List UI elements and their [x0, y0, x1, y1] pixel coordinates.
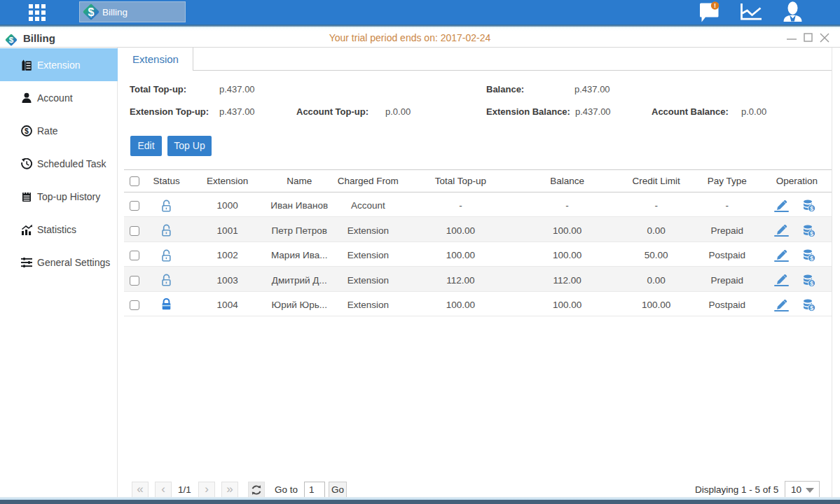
svg-text:!: !: [714, 2, 716, 9]
svg-text:$: $: [811, 255, 814, 262]
svg-text:$: $: [88, 6, 95, 18]
svg-text:$: $: [811, 279, 814, 286]
svg-text:$: $: [811, 205, 814, 212]
svg-text:$: $: [25, 127, 29, 135]
svg-text:$: $: [811, 230, 814, 237]
svg-text:$: $: [811, 304, 814, 312]
